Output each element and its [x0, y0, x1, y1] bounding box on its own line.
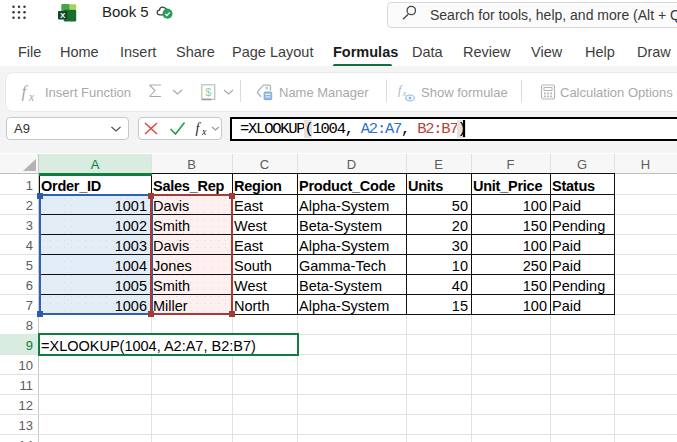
- svg-text:x: x: [28, 91, 35, 103]
- svg-text:x: x: [201, 126, 207, 136]
- svg-text:$: $: [205, 86, 211, 98]
- svg-text:f: f: [196, 121, 202, 136]
- svg-text:X: X: [60, 11, 66, 20]
- svg-text:f: f: [22, 83, 29, 101]
